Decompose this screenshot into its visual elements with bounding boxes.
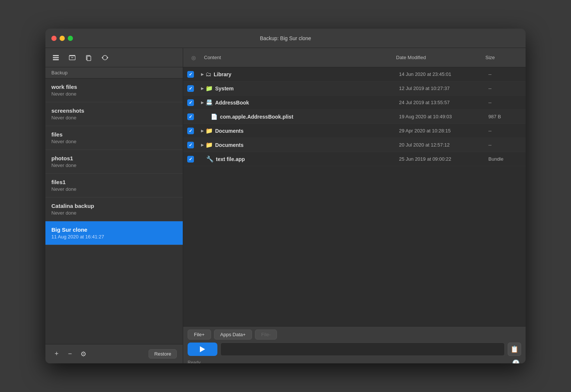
sidebar-items-list: work files Never done screenshots Never …	[45, 78, 183, 344]
sidebar-copy-icon[interactable]	[83, 52, 95, 64]
row-checkbox-container	[183, 99, 198, 106]
sidebar-item-name: Big Sur clone	[51, 226, 177, 233]
progress-bar	[220, 343, 505, 356]
column-header-date: Date Modified	[396, 55, 485, 60]
sidebar-item-catalina-backup[interactable]: Catalina backup Never done	[45, 197, 183, 221]
table-row[interactable]: ▶ 📁 System 12 Jul 2019 at 10:27:37 --	[183, 81, 526, 96]
sidebar-footer: + − ⚙ Restore	[45, 344, 183, 363]
start-backup-button[interactable]	[188, 343, 217, 356]
row-name: Library	[214, 71, 231, 77]
content-panel: ◎ Content Date Modified Size ▶ 🗂 Library…	[183, 48, 526, 363]
row-content: ▶ 📁 Documents	[198, 141, 399, 148]
row-date: 25 Jun 2019 at 09:00:22	[399, 156, 488, 162]
row-checkbox[interactable]	[187, 113, 194, 120]
table-row[interactable]: ▶ 📇 AddressBook 24 Jul 2019 at 13:55:57 …	[183, 96, 526, 110]
traffic-lights	[51, 36, 73, 41]
row-date: 19 Aug 2020 at 10:49:03	[399, 114, 488, 119]
minimize-button[interactable]	[60, 36, 65, 41]
sidebar-toolbar	[45, 48, 183, 67]
expand-arrow[interactable]: ▶	[201, 143, 204, 147]
sidebar-item-photos1[interactable]: photos1 Never done	[45, 150, 183, 174]
sidebar-item-work-files[interactable]: work files Never done	[45, 78, 183, 102]
expand-arrow[interactable]: ▶	[201, 72, 204, 76]
row-size: --	[488, 71, 526, 77]
status-row: Ready 🕐	[188, 357, 521, 363]
sidebar-item-subtitle: 11 Aug 2020 at 16:41:27	[51, 234, 177, 240]
svg-rect-1	[53, 57, 59, 58]
restore-button[interactable]: Restore	[149, 349, 177, 359]
table-row[interactable]: ▶ 📁 Documents 29 Apr 2020 at 10:28:15 --	[183, 124, 526, 138]
window-title: Backup: Big Sur clone	[260, 35, 311, 41]
settings-button[interactable]: ⚙	[78, 349, 89, 359]
row-checkbox[interactable]	[187, 128, 194, 134]
row-name: text file.app	[216, 156, 245, 162]
clock-icon: 🕐	[512, 359, 520, 364]
sidebar-section-header: Backup	[45, 67, 183, 78]
expand-arrow[interactable]: ▶	[201, 86, 204, 90]
log-button[interactable]: 📋	[508, 343, 521, 356]
file-minus-button[interactable]: File-	[255, 330, 277, 340]
row-size: --	[488, 86, 526, 91]
sidebar-item-name: files	[51, 131, 177, 138]
row-date: 12 Jul 2019 at 10:27:37	[399, 86, 488, 91]
svg-marker-9	[102, 57, 103, 59]
sidebar-item-files1[interactable]: files1 Never done	[45, 174, 183, 197]
sidebar-item-name: work files	[51, 84, 177, 90]
row-content: 📄 com.apple.AddressBook.plist	[198, 113, 399, 120]
sidebar-archive-icon[interactable]	[66, 52, 78, 64]
sidebar-item-name: files1	[51, 179, 177, 185]
svg-rect-0	[53, 55, 59, 56]
table-row[interactable]: 🔧 text file.app 25 Jun 2019 at 09:00:22 …	[183, 152, 526, 166]
table-row[interactable]: 📄 com.apple.AddressBook.plist 19 Aug 202…	[183, 110, 526, 124]
add-backup-button[interactable]: +	[51, 349, 62, 359]
row-icon: 📁	[205, 127, 213, 134]
content-footer: File+ Apps Data+ File- 📋 Ready	[183, 326, 526, 363]
table-row[interactable]: ▶ 📁 Documents 20 Jul 2020 at 12:57:12 --	[183, 138, 526, 152]
file-plus-button[interactable]: File+	[188, 330, 211, 340]
maximize-button[interactable]	[68, 36, 73, 41]
row-checkbox-container	[183, 156, 198, 163]
content-action-buttons: File+ Apps Data+ File-	[188, 330, 521, 340]
footer-bottom-bar: 📋	[188, 343, 521, 356]
sidebar-item-subtitle: Never done	[51, 139, 177, 144]
row-checkbox-container	[183, 85, 198, 92]
row-checkbox[interactable]	[187, 71, 194, 78]
sidebar-item-subtitle: Never done	[51, 210, 177, 216]
row-checkbox-container	[183, 71, 198, 78]
sidebar-item-name: Catalina backup	[51, 203, 177, 209]
row-checkbox[interactable]	[187, 99, 194, 106]
row-checkbox[interactable]	[187, 142, 194, 148]
expand-arrow[interactable]: ▶	[201, 100, 204, 105]
row-checkbox[interactable]	[187, 156, 194, 163]
expand-arrow[interactable]: ▶	[201, 129, 204, 133]
row-icon: 📁	[205, 141, 213, 148]
svg-rect-7	[87, 56, 91, 61]
apps-data-plus-button[interactable]: Apps Data+	[214, 330, 252, 340]
row-date: 24 Jul 2019 at 13:55:57	[399, 100, 488, 105]
sidebar-sync-icon[interactable]	[99, 52, 111, 64]
row-content: ▶ 📁 System	[198, 85, 399, 92]
close-button[interactable]	[51, 36, 57, 41]
sidebar-item-name: screenshots	[51, 107, 177, 114]
column-header-content: Content	[201, 55, 396, 60]
clock-button[interactable]: 🕐	[511, 357, 521, 363]
status-text: Ready	[188, 360, 201, 363]
row-date: 14 Jun 2020 at 23:45:01	[399, 71, 488, 77]
sidebar-item-files[interactable]: files Never done	[45, 126, 183, 150]
table-row[interactable]: ▶ 🗂 Library 14 Jun 2020 at 23:45:01 --	[183, 67, 526, 81]
sidebar-list-icon[interactable]	[50, 52, 62, 64]
row-checkbox-container	[183, 113, 198, 120]
row-checkbox-container	[183, 142, 198, 148]
sidebar-item-screenshots[interactable]: screenshots Never done	[45, 102, 183, 126]
row-size: --	[488, 128, 526, 134]
row-icon: 📇	[205, 99, 213, 106]
content-rows: ▶ 🗂 Library 14 Jun 2020 at 23:45:01 -- ▶…	[183, 67, 526, 326]
row-icon: 🗂	[205, 71, 211, 78]
sidebar-item-name: photos1	[51, 155, 177, 161]
sidebar-item-subtitle: Never done	[51, 115, 177, 121]
main-window: Backup: Big Sur clone	[45, 29, 526, 363]
sidebar-item-big-sur-clone[interactable]: Big Sur clone 11 Aug 2020 at 16:41:27	[45, 221, 183, 245]
row-checkbox[interactable]	[187, 85, 194, 92]
remove-backup-button[interactable]: −	[65, 349, 75, 359]
row-content: ▶ 🗂 Library	[198, 71, 399, 78]
